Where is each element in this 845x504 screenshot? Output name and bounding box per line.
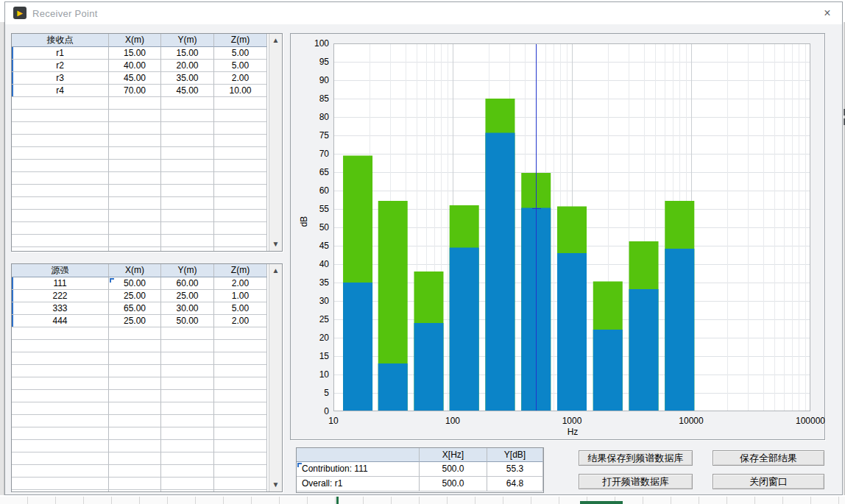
table-cell[interactable] [214, 135, 267, 147]
table-cell[interactable] [109, 110, 161, 122]
table-cell[interactable] [12, 327, 109, 340]
table-row-empty[interactable] [12, 110, 269, 122]
table-row-empty[interactable] [12, 327, 269, 340]
close-window-button[interactable]: 关闭窗口 [713, 474, 824, 489]
table-cell[interactable] [214, 122, 267, 135]
table-cell[interactable] [214, 452, 267, 465]
table-cell[interactable] [12, 452, 109, 465]
table-row-empty[interactable] [12, 390, 269, 402]
table-cell[interactable] [12, 490, 109, 491]
table-cell[interactable] [109, 490, 161, 491]
table-cell[interactable] [161, 427, 214, 440]
table-cell[interactable] [109, 440, 161, 452]
source-table-scrollbar[interactable]: ▲ ▼ [269, 264, 282, 491]
table-cell[interactable] [109, 415, 161, 427]
table-cell[interactable] [214, 440, 267, 452]
table-cell[interactable] [12, 402, 109, 415]
table-cell[interactable] [161, 172, 214, 185]
table-cell[interactable] [12, 352, 109, 365]
table-cell[interactable] [214, 427, 267, 440]
table-cell[interactable] [214, 172, 267, 185]
table-row[interactable]: r470.0045.0010.00 [12, 85, 269, 97]
table-cell[interactable]: 15.00 [109, 47, 161, 60]
table-row-empty[interactable] [12, 402, 269, 415]
table-cell[interactable] [214, 465, 267, 478]
table-row-empty[interactable] [12, 365, 269, 377]
table-cell[interactable]: 50.00 [161, 315, 214, 327]
table-cell[interactable] [12, 135, 109, 147]
table-row-empty[interactable] [12, 440, 269, 452]
table-row-empty[interactable] [12, 352, 269, 365]
table-row[interactable]: 11150.0060.002.00 [12, 277, 269, 290]
table-cell[interactable] [109, 427, 161, 440]
scroll-down-icon[interactable]: ▼ [269, 238, 282, 250]
table-cell[interactable] [12, 377, 109, 390]
table-cell[interactable]: 333 [12, 302, 109, 315]
table-cell[interactable]: 20.00 [161, 60, 214, 72]
scroll-up-icon[interactable]: ▲ [269, 265, 282, 277]
table-cell[interactable] [161, 402, 214, 415]
source-table-grid[interactable]: 源强X(m)Y(m)Z(m)11150.0060.002.0022225.002… [12, 264, 269, 491]
table-cell[interactable] [161, 210, 214, 222]
table-cell[interactable]: 45.00 [161, 85, 214, 97]
table-row-empty[interactable] [12, 490, 269, 491]
table-cell[interactable]: 444 [12, 315, 109, 327]
table-cell[interactable]: 5.00 [214, 60, 267, 72]
table-row-empty[interactable] [12, 210, 269, 222]
table-cell[interactable] [12, 478, 109, 490]
table-cell[interactable] [214, 390, 267, 402]
table-row[interactable]: r240.0020.005.00 [12, 60, 269, 72]
table-cell[interactable] [161, 327, 214, 340]
table-cell[interactable]: 65.00 [109, 302, 161, 315]
chart-plot-area[interactable] [333, 43, 810, 411]
table-cell[interactable] [12, 340, 109, 352]
table-cell[interactable] [109, 210, 161, 222]
table-cell[interactable] [214, 365, 267, 377]
table-row-empty[interactable] [12, 172, 269, 185]
table-cell[interactable]: 2.00 [214, 277, 267, 290]
table-row-empty[interactable] [12, 222, 269, 235]
table-cell[interactable] [109, 147, 161, 160]
table-cell[interactable]: r4 [12, 85, 109, 97]
table-cell[interactable] [109, 235, 161, 247]
table-cell[interactable] [109, 172, 161, 185]
table-cell[interactable] [12, 465, 109, 478]
table-cell[interactable] [12, 365, 109, 377]
table-cell[interactable]: 25.00 [109, 290, 161, 302]
table-cell[interactable] [109, 465, 161, 478]
table-cell[interactable] [12, 97, 109, 110]
table-cell[interactable] [12, 197, 109, 210]
table-cell[interactable] [161, 365, 214, 377]
titlebar[interactable]: ▶ Receiver Point × [5, 2, 842, 24]
receiver-points-table[interactable]: 接收点X(m)Y(m)Z(m)r115.0015.005.00r240.0020… [11, 33, 283, 252]
table-cell[interactable] [214, 110, 267, 122]
table-cell[interactable] [109, 377, 161, 390]
table-row-empty[interactable] [12, 135, 269, 147]
table-row-empty[interactable] [12, 377, 269, 390]
table-cell[interactable]: 40.00 [109, 60, 161, 72]
table-cell[interactable] [161, 247, 214, 251]
table-cell[interactable] [109, 452, 161, 465]
table-row-empty[interactable] [12, 478, 269, 490]
table-cell[interactable]: 5.00 [214, 302, 267, 315]
table-cell[interactable] [161, 135, 214, 147]
receiver-table-grid[interactable]: 接收点X(m)Y(m)Z(m)r115.0015.005.00r240.0020… [12, 34, 269, 251]
spectrum-chart[interactable]: dB Hz Source Contribution : 111Receiver … [290, 33, 825, 440]
table-cell[interactable] [161, 490, 214, 491]
table-cell[interactable] [161, 352, 214, 365]
receiver-table-scrollbar[interactable]: ▲ ▼ [269, 34, 282, 251]
table-cell[interactable] [214, 415, 267, 427]
table-cell[interactable] [161, 478, 214, 490]
table-row-empty[interactable] [12, 185, 269, 197]
table-row[interactable]: 22225.0025.001.00 [12, 290, 269, 302]
scroll-up-icon[interactable]: ▲ [269, 35, 282, 46]
table-cell[interactable] [161, 197, 214, 210]
table-cell[interactable] [161, 340, 214, 352]
open-spectrum-db-button[interactable]: 打开频谱数据库 [579, 474, 693, 489]
table-cell[interactable] [214, 490, 267, 491]
table-cell[interactable] [109, 402, 161, 415]
table-cell[interactable]: 2.00 [214, 72, 267, 85]
table-cell[interactable] [109, 365, 161, 377]
table-cell[interactable] [12, 427, 109, 440]
table-cell[interactable]: 25.00 [109, 315, 161, 327]
